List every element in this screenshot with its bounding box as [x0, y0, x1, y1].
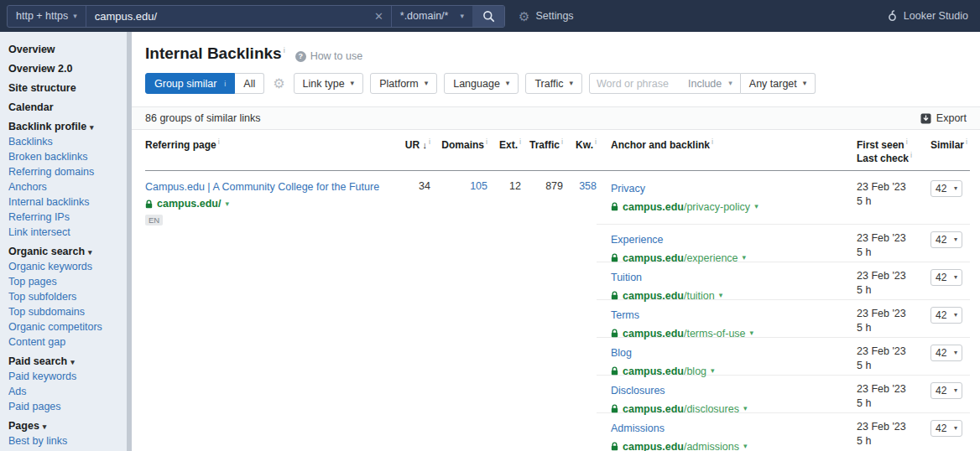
- kw-value-link[interactable]: 358: [563, 180, 597, 451]
- similar-count-select[interactable]: 42 ▾: [930, 180, 962, 197]
- sidebar-item-broken-backlinks[interactable]: Broken backlinks: [8, 149, 132, 164]
- sidebar-item-internal-backlinks[interactable]: Internal backlinks: [8, 194, 132, 210]
- last-check-value: 5 h: [857, 359, 925, 373]
- anchor-text-link[interactable]: Disclosures: [611, 384, 665, 397]
- first-seen-value: 23 Feb '23: [857, 180, 925, 194]
- sidebar-item-pages[interactable]: Pages▾: [8, 418, 132, 433]
- header-ext[interactable]: Ext.i: [487, 137, 521, 164]
- sidebar-item-link-intersect[interactable]: Link intersect: [8, 225, 132, 240]
- sidebar-item-label: Anchors: [8, 181, 47, 193]
- sidebar-item-organic-competitors[interactable]: Organic competitors: [8, 319, 132, 334]
- chevron-down-icon: ▾: [954, 312, 957, 319]
- sidebar-item-label: Pages: [8, 420, 39, 432]
- domains-value-link[interactable]: 105: [430, 180, 487, 451]
- anchor-text-link[interactable]: Admissions: [611, 422, 665, 435]
- sidebar-item-backlink-profile[interactable]: Backlink profile▾: [8, 119, 132, 134]
- header-similar[interactable]: Similari: [925, 137, 970, 164]
- anchor-text-link[interactable]: Experience: [611, 233, 664, 246]
- similar-count-select[interactable]: 42 ▾: [930, 307, 962, 324]
- similar-count-select[interactable]: 42 ▾: [930, 382, 962, 399]
- export-file-icon: [920, 113, 931, 124]
- header-domains[interactable]: Domainsi: [430, 137, 487, 164]
- header-referring-page[interactable]: Referring pagei: [145, 137, 397, 164]
- sidebar-item-label: Internal backlinks: [8, 196, 90, 208]
- sidebar-item-organic-keywords[interactable]: Organic keywords: [8, 259, 132, 274]
- sidebar-item-organic-search[interactable]: Organic search▾: [8, 244, 132, 259]
- how-to-use-link[interactable]: ? How to use: [295, 50, 363, 62]
- platform-filter[interactable]: Platform ▾: [370, 73, 437, 94]
- lock-icon: [611, 291, 618, 300]
- sidebar-item-top-subfolders[interactable]: Top subfolders: [8, 289, 132, 304]
- looker-studio-button[interactable]: Looker Studio: [887, 10, 968, 22]
- sidebar-item-overview[interactable]: Overview: [8, 42, 132, 57]
- search-icon: [482, 10, 495, 23]
- all-button[interactable]: All: [235, 73, 264, 94]
- anchor-text-link[interactable]: Privacy: [611, 182, 645, 195]
- dates-cell: 23 Feb '23 5 h: [857, 180, 925, 224]
- referring-url-dropdown[interactable]: campus.edu/ ▾: [145, 198, 397, 210]
- any-target-filter[interactable]: Any target ▾: [741, 73, 816, 94]
- sidebar-item-anchors[interactable]: Anchors: [8, 179, 132, 194]
- referring-page-title-link[interactable]: Campus.edu | A Community College for the…: [145, 180, 397, 194]
- target-url-input[interactable]: [86, 6, 367, 27]
- anchor-backlink-row: Terms campus.edu/terms-of-use ▾ 23 Feb '…: [597, 300, 970, 338]
- sidebar-item-referring-ips[interactable]: Referring IPs: [8, 210, 132, 225]
- first-seen-value: 23 Feb '23: [857, 345, 925, 359]
- sidebar-item-ads[interactable]: Ads: [8, 384, 132, 399]
- sidebar-item-paid-search[interactable]: Paid search▾: [8, 354, 132, 369]
- similar-count-select[interactable]: 42 ▾: [930, 420, 962, 437]
- export-button[interactable]: Export: [920, 112, 967, 124]
- scope-mode-select[interactable]: *.domain/* ▾: [391, 6, 472, 27]
- sidebar-item-label: Backlink profile: [8, 121, 86, 132]
- protocol-mode-value: http + https: [16, 10, 68, 22]
- header-anchor-and-backlink[interactable]: Anchor and backlinki: [597, 137, 857, 164]
- include-mode-select[interactable]: Include ▾: [680, 78, 740, 90]
- sidebar-item-best-by-links[interactable]: Best by links: [8, 433, 132, 448]
- first-seen-value: 23 Feb '23: [857, 231, 925, 246]
- chevron-down-icon: ▾: [460, 13, 464, 20]
- backlink-url: campus.edu/admissions: [623, 438, 739, 451]
- search-button[interactable]: [472, 6, 504, 27]
- traffic-filter[interactable]: Traffic ▾: [525, 73, 582, 94]
- sidebar-item-paid-pages[interactable]: Paid pages: [8, 399, 132, 414]
- scope-mode-value: *.domain/*: [400, 10, 449, 22]
- sidebar-item-backlinks[interactable]: Backlinks: [8, 134, 132, 149]
- info-superscript-icon: i: [224, 80, 226, 88]
- settings-button[interactable]: ⚙ Settings: [519, 10, 574, 23]
- sidebar-item-label: Ads: [8, 386, 27, 397]
- chevron-down-icon: ▾: [954, 425, 957, 432]
- anchor-text-link[interactable]: Tuition: [611, 271, 642, 284]
- info-superscript-icon: i: [910, 151, 912, 159]
- header-ur-sorted[interactable]: UR ↓i: [397, 137, 430, 164]
- sidebar-item-label: Paid search: [8, 355, 67, 367]
- anchor-text-link[interactable]: Blog: [611, 346, 632, 360]
- sidebar-item-overview-2-0[interactable]: Overview 2.0: [8, 61, 132, 76]
- protocol-mode-select[interactable]: http + https ▾: [8, 6, 86, 27]
- sidebar-item-content-gap[interactable]: Content gap: [8, 334, 132, 350]
- word-phrase-input[interactable]: [590, 78, 680, 90]
- backlink-url-dropdown[interactable]: campus.edu/privacy-policy ▾: [611, 199, 857, 214]
- clear-input-icon[interactable]: ✕: [367, 6, 391, 27]
- backlink-url-dropdown[interactable]: campus.edu/admissions ▾: [611, 438, 857, 451]
- sidebar-item-referring-domains[interactable]: Referring domains: [8, 164, 132, 179]
- sidebar-item-site-structure[interactable]: Site structure: [8, 80, 132, 96]
- header-traffic[interactable]: Traffici: [521, 137, 563, 164]
- lock-icon: [145, 200, 153, 209]
- sidebar-item-calendar[interactable]: Calendar: [8, 100, 132, 115]
- sidebar-item-paid-keywords[interactable]: Paid keywords: [8, 369, 132, 384]
- link-type-filter[interactable]: Link type ▾: [294, 73, 364, 94]
- export-label: Export: [936, 112, 967, 124]
- similar-count-select[interactable]: 42 ▾: [930, 231, 962, 248]
- group-similar-button[interactable]: Group similari: [145, 73, 235, 94]
- first-seen-value: 23 Feb '23: [857, 382, 925, 397]
- sidebar-item-top-pages[interactable]: Top pages: [8, 274, 132, 289]
- column-settings-gear-icon[interactable]: ⚙: [271, 75, 286, 91]
- similar-count-select[interactable]: 42 ▾: [930, 345, 962, 361]
- header-first-seen-last-check[interactable]: First seeni Last checki: [857, 137, 925, 164]
- dates-cell: 23 Feb '23 5 h: [857, 307, 925, 337]
- language-filter[interactable]: Language ▾: [444, 73, 519, 94]
- header-kw[interactable]: Kw.i: [563, 137, 597, 164]
- similar-count-select[interactable]: 42 ▾: [930, 269, 962, 286]
- sidebar-item-top-subdomains[interactable]: Top subdomains: [8, 304, 132, 319]
- anchor-text-link[interactable]: Terms: [611, 308, 639, 322]
